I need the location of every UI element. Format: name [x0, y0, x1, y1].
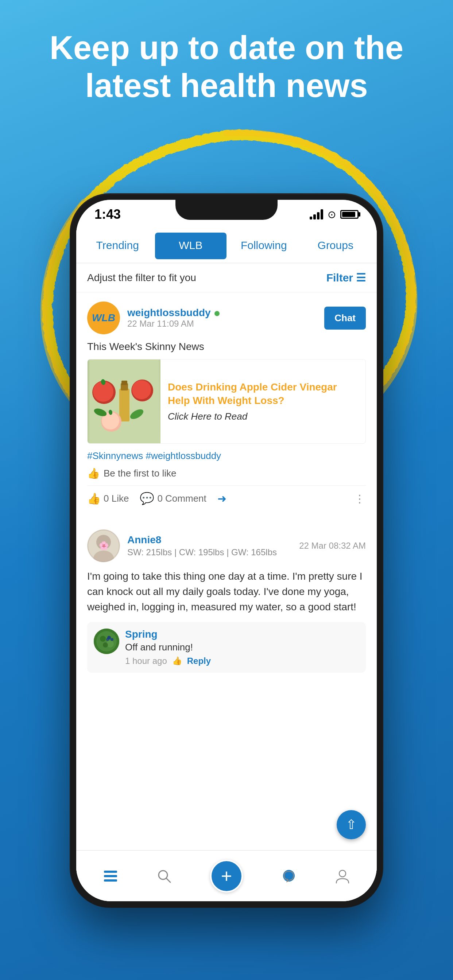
- nav-chat-button[interactable]: [281, 869, 297, 884]
- post-actions-1: 👍 0 Like 💬 0 Comment ➜ ⋮: [87, 485, 366, 505]
- online-indicator: [214, 311, 220, 316]
- post-time-2: 22 Mar 08:32 AM: [299, 541, 366, 551]
- filter-button[interactable]: Filter ☰: [327, 271, 366, 284]
- hashtags[interactable]: #Skinnynews #weightlossbuddy: [87, 450, 366, 461]
- nav-add-button[interactable]: +: [210, 860, 243, 892]
- user-stats: SW: 215lbs | CW: 195lbs | GW: 165lbs: [127, 547, 299, 557]
- status-time: 1:43: [94, 207, 121, 222]
- nav-tabs: Trending WLB Following Groups: [76, 229, 377, 263]
- svg-rect-29: [104, 880, 117, 881]
- svg-rect-1: [119, 389, 129, 422]
- svg-point-25: [110, 638, 113, 641]
- svg-point-34: [339, 870, 346, 877]
- news-content: Does Drinking Apple Cider Vinegar Help W…: [161, 360, 365, 443]
- tab-trending[interactable]: Trending: [82, 229, 153, 263]
- post-meta-2: Annie8 SW: 215lbs | CW: 195lbs | GW: 165…: [127, 534, 299, 557]
- share-icon: ➜: [217, 492, 226, 505]
- post-header-2: 🌸 Annie8 SW: 215lbs | CW: 195lbs | GW: 1…: [87, 530, 366, 562]
- post-card-1: WLB weightlossbuddy 22 Mar 11:09 AM Chat…: [76, 293, 377, 514]
- news-cta: Click Here to Read: [168, 411, 358, 422]
- comment-content: Spring Off and running! 1 hour ago 👍 Rep…: [125, 628, 359, 666]
- screen-content: Trending WLB Following Groups Adjust the…: [76, 229, 377, 901]
- filter-text: Adjust the filter to fit you: [87, 272, 196, 284]
- svg-rect-3: [121, 380, 127, 385]
- bottom-nav: +: [76, 850, 377, 901]
- status-bar: 1:43 ⊙: [76, 200, 377, 229]
- svg-rect-27: [104, 870, 117, 873]
- news-headline: Does Drinking Apple Cider Vinegar Help W…: [168, 380, 358, 407]
- share-button[interactable]: ➜: [217, 492, 226, 505]
- signal-icon: [309, 209, 323, 220]
- comment-icon: 💬: [140, 492, 154, 505]
- post-card-2: 🌸 Annie8 SW: 215lbs | CW: 195lbs | GW: 1…: [76, 520, 377, 682]
- svg-point-20: [96, 631, 117, 652]
- comment-time: 1 hour ago: [125, 656, 167, 666]
- comment-footer: 1 hour ago 👍 Reply: [125, 656, 359, 666]
- nav-profile-button[interactable]: [335, 869, 350, 884]
- reply-button[interactable]: Reply: [187, 656, 211, 666]
- post-body-2: I'm going to take this thing one day at …: [87, 569, 366, 615]
- comment-text: Off and running!: [125, 642, 359, 653]
- comment-1: Spring Off and running! 1 hour ago 👍 Rep…: [87, 622, 366, 673]
- chat-button[interactable]: Chat: [324, 307, 366, 329]
- tab-groups[interactable]: Groups: [300, 229, 372, 263]
- phone-screen: 1:43 ⊙ Trend: [76, 200, 377, 901]
- comment-username[interactable]: Spring: [125, 628, 158, 640]
- svg-point-23: [103, 643, 108, 648]
- filter-bar: Adjust the filter to fit you Filter ☰: [76, 263, 377, 293]
- svg-line-31: [166, 878, 170, 882]
- battery-icon: [340, 210, 359, 219]
- like-button[interactable]: 👍 0 Like: [87, 492, 129, 505]
- comment-button[interactable]: 💬 0 Comment: [140, 492, 206, 505]
- svg-point-26: [106, 638, 109, 641]
- nav-feed-button[interactable]: [103, 869, 118, 884]
- filter-icon: ☰: [356, 271, 366, 284]
- post-title-1: This Week's Skinny News: [87, 341, 366, 353]
- avatar-annie: 🌸: [87, 530, 120, 562]
- phone-container: 1:43 ⊙ Trend: [70, 193, 383, 908]
- post-header-1: WLB weightlossbuddy 22 Mar 11:09 AM Chat: [87, 302, 366, 334]
- svg-rect-28: [104, 875, 117, 877]
- first-like-text: 👍 Be the first to like: [87, 468, 366, 479]
- apple-illustration: [88, 360, 161, 443]
- thumb-small-icon: 👍: [172, 656, 182, 666]
- like-icon: 👍: [87, 492, 100, 505]
- more-options-button[interactable]: ⋮: [354, 492, 366, 505]
- svg-text:🌸: 🌸: [99, 541, 109, 550]
- tab-wlb[interactable]: WLB: [155, 232, 227, 259]
- svg-point-21: [100, 636, 106, 642]
- svg-point-8: [132, 380, 151, 399]
- news-image: [88, 360, 161, 443]
- hero-title: Keep up to date on the latest health new…: [0, 29, 453, 105]
- avatar-wlb: WLB: [87, 302, 120, 334]
- status-icons: ⊙: [309, 208, 359, 221]
- post-username-2[interactable]: Annie8: [127, 534, 161, 546]
- tab-following[interactable]: Following: [228, 229, 300, 263]
- notch: [175, 200, 278, 220]
- nav-search-button[interactable]: [156, 869, 172, 884]
- thumb-icon: 👍: [87, 468, 100, 479]
- news-card[interactable]: Does Drinking Apple Cider Vinegar Help W…: [87, 359, 366, 444]
- phone-frame: 1:43 ⊙ Trend: [70, 193, 383, 908]
- post-meta-1: weightlossbuddy 22 Mar 11:09 AM: [127, 307, 324, 329]
- post-username-1[interactable]: weightlossbuddy: [127, 307, 211, 318]
- wifi-icon: ⊙: [327, 208, 336, 221]
- comment-avatar: [94, 628, 119, 654]
- scroll-up-button[interactable]: ⇧: [337, 810, 366, 839]
- post-time-1: 22 Mar 11:09 AM: [127, 319, 324, 329]
